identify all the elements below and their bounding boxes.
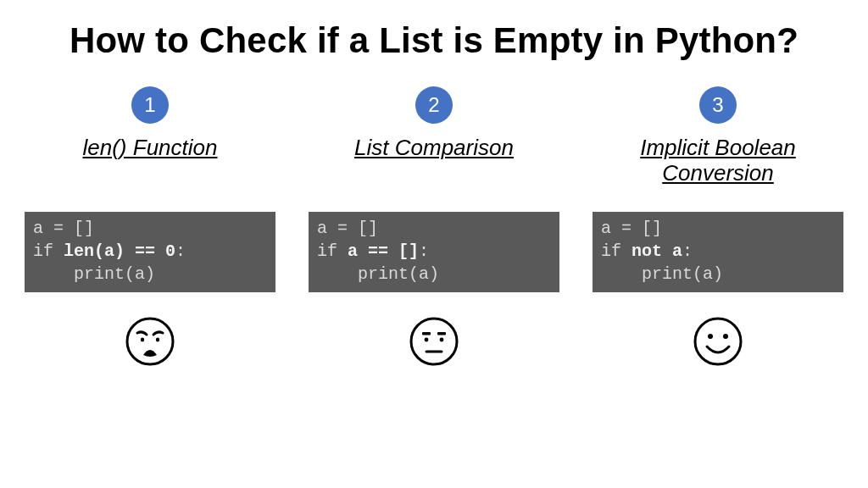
- svg-point-2: [156, 338, 159, 342]
- slide: How to Check if a List is Empty in Pytho…: [0, 0, 868, 488]
- svg-point-6: [425, 338, 429, 342]
- happy-face-icon: [693, 316, 743, 367]
- neutral-face-icon: [409, 316, 459, 367]
- code-condition: a == []: [348, 241, 419, 261]
- svg-rect-4: [422, 332, 431, 336]
- code-line: a = []: [317, 219, 378, 238]
- svg-point-10: [708, 334, 713, 339]
- weary-face-icon: [125, 316, 175, 367]
- code-body: print(a): [33, 264, 155, 284]
- column-compare: 2 List Comparison a = [] if a == []: pri…: [307, 86, 561, 367]
- code-colon: :: [682, 241, 693, 261]
- page-title: How to Check if a List is Empty in Pytho…: [0, 0, 868, 61]
- svg-point-7: [440, 338, 444, 342]
- code-line: a = []: [601, 219, 662, 238]
- code-block-len: a = [] if len(a) == 0: print(a): [25, 212, 275, 292]
- method-title-compare: List Comparison: [354, 136, 514, 190]
- svg-point-3: [411, 319, 457, 364]
- code-body: print(a): [317, 264, 439, 284]
- code-block-implicit: a = [] if not a: print(a): [593, 212, 843, 292]
- code-condition: not a: [632, 241, 682, 261]
- column-len: 1 len() Function a = [] if len(a) == 0: …: [23, 86, 277, 367]
- code-line: a = []: [33, 219, 94, 238]
- code-if: if: [601, 241, 632, 261]
- code-if: if: [33, 241, 64, 261]
- code-condition: len(a) == 0: [64, 241, 175, 261]
- code-body: print(a): [601, 264, 723, 284]
- svg-point-11: [723, 334, 728, 339]
- code-colon: :: [175, 241, 186, 261]
- badge-1: 1: [131, 86, 169, 124]
- badge-3: 3: [699, 86, 737, 124]
- svg-rect-5: [437, 332, 446, 336]
- svg-point-0: [127, 319, 173, 364]
- columns: 1 len() Function a = [] if len(a) == 0: …: [0, 86, 868, 367]
- code-block-compare: a = [] if a == []: print(a): [309, 212, 559, 292]
- badge-2: 2: [415, 86, 453, 124]
- code-colon: :: [419, 241, 429, 261]
- column-implicit: 3 Implicit Boolean Conversion a = [] if …: [591, 86, 845, 367]
- svg-point-1: [141, 338, 144, 342]
- svg-point-9: [695, 319, 741, 364]
- code-if: if: [317, 241, 348, 261]
- method-title-implicit: Implicit Boolean Conversion: [591, 136, 845, 190]
- method-title-len: len() Function: [83, 136, 218, 190]
